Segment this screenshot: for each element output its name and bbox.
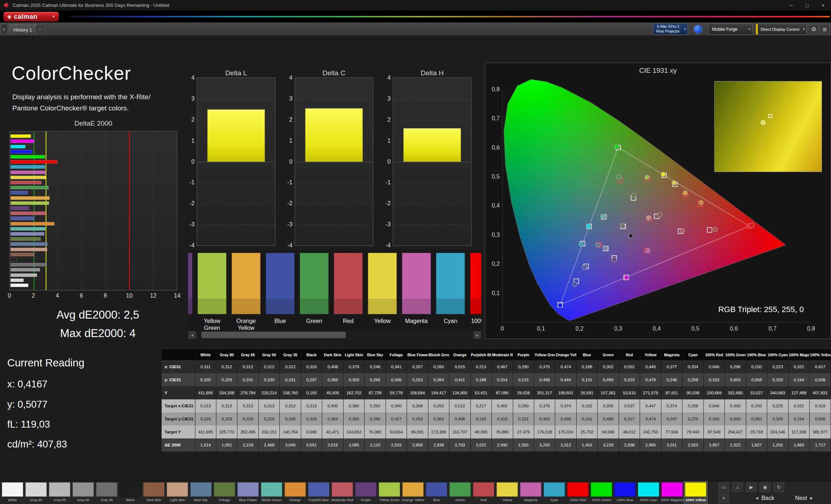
y-axis-label: -3 <box>190 221 195 228</box>
deltae-chart <box>9 131 177 290</box>
minimize-button[interactable]: ─ <box>783 0 799 11</box>
play-icon[interactable]: ▶ <box>746 482 757 492</box>
table-cell: 0,260 <box>428 360 449 373</box>
patch-button[interactable]: Gray 35 <box>95 482 118 504</box>
table-cell: 0,439 <box>555 412 576 425</box>
display-icon[interactable]: ▭ <box>718 482 729 492</box>
swatch-item[interactable]: Yellow <box>368 253 397 331</box>
patch-button[interactable]: Blue <box>425 482 448 504</box>
swatch-item[interactable]: Red <box>334 253 363 331</box>
swatch-item[interactable]: Magenta <box>402 253 431 331</box>
next-button[interactable]: Next ► <box>795 493 814 503</box>
display-control-button[interactable]: Direct Display Control ▼ <box>756 24 807 35</box>
deltae-bar-row <box>11 262 176 267</box>
cie-x-tick: 0,3 <box>614 326 622 332</box>
swatch-item[interactable]: Yellow Green <box>198 253 227 331</box>
home-icon[interactable]: ⌂ <box>732 482 743 492</box>
table-cell: 271,579 <box>640 386 661 399</box>
patch-button[interactable]: Gray 65 <box>48 482 71 504</box>
meter-select-button[interactable]: X-Rite i1Pro 3 Rear Projector ▼ <box>653 24 688 35</box>
patch-button[interactable]: Blue Flower <box>237 482 259 504</box>
settings-gear-icon[interactable]: ⚙ <box>809 24 819 34</box>
patch-strip-scrollbar[interactable]: ◄ ► <box>188 331 481 339</box>
tab-history-1[interactable]: History 1 <box>9 24 37 35</box>
table-cell: 0,374 <box>661 399 682 412</box>
patch-button[interactable]: Yellow <box>496 482 519 504</box>
patch-button[interactable]: Purplish Blue <box>307 482 330 504</box>
swatch-label: Cyan <box>436 318 465 324</box>
patch-button[interactable]: 100% Green <box>590 482 613 504</box>
patch-button[interactable]: Yellow Green <box>378 482 401 504</box>
scrollbar-track[interactable] <box>196 331 473 339</box>
probe-status-badge[interactable] <box>694 25 702 34</box>
swatch-item[interactable]: Green <box>300 253 329 331</box>
patch-button[interactable]: Green <box>449 482 471 504</box>
patch-button-label: Gray 50 <box>72 497 95 503</box>
patch-button[interactable]: Light Skin <box>166 482 189 504</box>
patch-button[interactable]: White <box>1 482 24 504</box>
cie-measured-marker <box>616 175 621 179</box>
patch-color <box>591 482 612 497</box>
patch-button[interactable]: Magenta <box>519 482 542 504</box>
patch-button[interactable]: 100% Yellow <box>684 482 707 504</box>
table-cell: 0,375 <box>534 360 555 373</box>
swatch-color <box>198 253 227 314</box>
deltae-bar <box>11 273 37 277</box>
patch-button[interactable]: Dark Skin <box>142 482 165 504</box>
patch-button[interactable]: Orange <box>284 482 307 504</box>
table-cell: 220,214 <box>258 386 279 399</box>
swatch-item[interactable]: 100% Red <box>470 253 481 331</box>
patch-button[interactable]: 100% Red <box>566 482 589 504</box>
patch-button[interactable]: Gray 50 <box>72 482 95 504</box>
search-icon[interactable]: ⌖ <box>718 493 729 503</box>
table-cell: 0,250 <box>365 399 386 412</box>
maximize-button[interactable]: □ <box>799 0 815 11</box>
cie-measured-marker <box>632 193 636 197</box>
close-button[interactable]: × <box>815 0 831 11</box>
patch-button[interactable]: Bluish Green <box>260 482 283 504</box>
table-cell: 0,154 <box>788 412 809 425</box>
swatch-item[interactable]: Purple <box>188 253 192 331</box>
swatch-color <box>188 253 192 314</box>
refresh-icon[interactable]: ↻ <box>773 482 784 492</box>
table-cell: 2,229 <box>237 438 258 452</box>
patch-button[interactable]: 100% Magenta <box>661 482 684 504</box>
reading-fl: fL: 119,03 <box>7 419 50 430</box>
table-cell: 0,479 <box>640 373 661 386</box>
add-tab-button[interactable]: + <box>36 25 44 33</box>
scrollbar-thumb[interactable] <box>201 332 346 338</box>
scroll-left-icon[interactable]: ◄ <box>188 331 196 339</box>
patch-color <box>614 482 636 497</box>
source-select-button[interactable]: Mobile Forge ▼ <box>708 24 752 35</box>
patch-button[interactable]: Blue Sky <box>190 482 212 504</box>
tab-scroll-button[interactable]: ► <box>1 24 8 34</box>
layout-grid-icon[interactable]: ⊞ <box>820 24 830 34</box>
swatch-item[interactable]: Cyan <box>436 253 465 331</box>
record-icon[interactable]: ◉ <box>760 482 770 492</box>
table-cell: 332,680 <box>725 386 746 399</box>
patch-button[interactable]: Black <box>119 482 142 504</box>
patch-button[interactable]: Moderate Red <box>331 482 354 504</box>
table-cell: 0,215 <box>513 373 534 386</box>
deltae-bar <box>11 150 32 153</box>
patch-button[interactable]: Cyan <box>543 482 566 504</box>
table-row: Target y:CIE310,3290,3290,3290,3290,3290… <box>162 412 831 425</box>
patch-button[interactable]: Orange Yellow <box>402 482 424 504</box>
patch-color <box>449 482 471 497</box>
patch-button[interactable]: 100% Blue <box>614 482 636 504</box>
table-cell: 29,028 <box>513 386 534 399</box>
back-button[interactable]: ◄ Back <box>755 493 774 503</box>
display-control-label: Direct Display Control <box>761 27 801 32</box>
table-column-header: Magenta <box>661 349 682 360</box>
patch-button[interactable]: Red <box>472 482 495 504</box>
patch-button[interactable]: Gray 80 <box>25 482 47 504</box>
scroll-right-icon[interactable]: ► <box>473 331 481 339</box>
calman-menu-button[interactable]: ◈ calman ▼ <box>4 12 59 21</box>
swatch-item[interactable]: Orange Yellow <box>232 253 261 331</box>
patch-button[interactable]: Foliage <box>213 482 236 504</box>
patch-button[interactable]: Purple <box>354 482 377 504</box>
patch-button[interactable]: 100% Cyan <box>637 482 660 504</box>
swatch-shade <box>334 299 362 314</box>
gridline <box>295 224 373 225</box>
swatch-item[interactable]: Blue <box>266 253 295 331</box>
